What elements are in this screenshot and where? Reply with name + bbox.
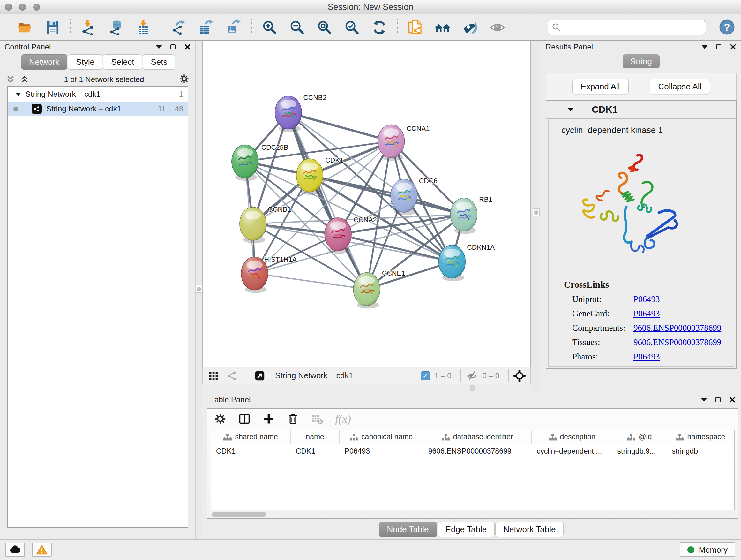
column-header-name[interactable]: name xyxy=(291,430,340,444)
node-table[interactable]: shared namenamecanonical namedatabase id… xyxy=(211,430,735,510)
tab-select[interactable]: Select xyxy=(103,54,142,70)
fit-selected-button[interactable] xyxy=(513,369,526,382)
network-canvas[interactable]: CCNB2CCNA1CDC25BCDK1CDC6RB1CCNB1CCNA2CDK… xyxy=(202,41,531,367)
import-table-from-file-button[interactable] xyxy=(134,18,152,37)
zoom-out-button[interactable] xyxy=(288,18,307,37)
show-all-button[interactable] xyxy=(488,18,507,37)
table-hscrollbar-thumb[interactable] xyxy=(212,512,266,516)
network-node-RB1[interactable] xyxy=(450,198,477,234)
right-splitter-grip[interactable] xyxy=(533,208,540,216)
table-cell[interactable]: cyclin–dependent ... xyxy=(532,444,612,458)
export-image-button[interactable] xyxy=(225,18,243,37)
table-cell[interactable]: stringdb:9... xyxy=(612,444,667,458)
table-cell[interactable]: CDK1 xyxy=(211,444,291,458)
import-network-from-file-button[interactable] xyxy=(79,18,98,37)
tab-edge-table[interactable]: Edge Table xyxy=(437,522,495,537)
collapse-all-icon[interactable] xyxy=(6,75,15,84)
crosslink-link[interactable]: P06493 xyxy=(633,309,660,319)
export-network-button[interactable] xyxy=(170,18,188,37)
grid-view-button[interactable] xyxy=(207,369,220,382)
birdseye-view-button[interactable] xyxy=(253,369,266,382)
warnings-button[interactable] xyxy=(32,543,52,557)
cloud-button[interactable] xyxy=(5,543,25,557)
network-row[interactable]: String Network – cdk1 11 48 xyxy=(8,102,188,116)
collapse-triangle-icon[interactable] xyxy=(15,92,21,96)
zoom-in-button[interactable] xyxy=(260,18,279,37)
selected-checkbox[interactable]: ✓ xyxy=(421,371,430,380)
tab-sets[interactable]: Sets xyxy=(143,54,175,70)
memory-button[interactable]: Memory xyxy=(680,543,735,557)
collapse-all-button[interactable]: Collapse All xyxy=(650,79,711,94)
network-node-CCNB2[interactable] xyxy=(275,96,302,132)
results-panel-menu-icon[interactable] xyxy=(701,45,708,49)
network-node-CDC25B[interactable] xyxy=(232,145,259,181)
table-panel-close-icon[interactable] xyxy=(729,396,736,403)
crosslink-link[interactable]: 9606.ENSP00000378699 xyxy=(633,337,721,348)
help-button[interactable] xyxy=(719,19,735,36)
search-input[interactable] xyxy=(561,21,705,34)
left-splitter-grip[interactable] xyxy=(196,285,202,293)
expand-all-icon[interactable] xyxy=(20,75,29,84)
control-panel-menu-icon[interactable] xyxy=(156,45,162,49)
table-cell[interactable]: P06493 xyxy=(340,444,423,458)
zoom-selected-button[interactable] xyxy=(343,18,361,37)
tab-node-table[interactable]: Node Table xyxy=(379,522,437,537)
network-node-CCNA1[interactable] xyxy=(378,125,405,161)
eye-gray-icon xyxy=(489,19,506,36)
stringify-document-button[interactable] xyxy=(406,18,424,37)
open-session-button[interactable] xyxy=(16,18,35,37)
gene-card-header[interactable]: CDK1 xyxy=(546,101,736,119)
open-icon xyxy=(17,19,33,36)
column-header-namespace[interactable]: namespace xyxy=(667,430,734,444)
crosslink-link[interactable]: P06493 xyxy=(633,294,660,304)
column-header-description[interactable]: description xyxy=(532,430,612,444)
results-panel-float-icon[interactable] xyxy=(716,44,721,50)
node-label-CCNE1: CCNE1 xyxy=(382,269,405,277)
results-panel-close-icon[interactable] xyxy=(730,44,737,51)
apply-layout-button[interactable] xyxy=(370,18,389,37)
tab-style[interactable]: Style xyxy=(68,54,103,70)
home-button[interactable] xyxy=(433,18,452,37)
table-cell[interactable]: 9606.ENSP00000378699 xyxy=(423,444,532,458)
control-panel-float-icon[interactable] xyxy=(171,44,176,50)
network-graph[interactable]: CCNB2CCNA1CDC25BCDK1CDC6RB1CCNB1CCNA2CDK… xyxy=(203,41,530,367)
crosslink-link[interactable]: P06493 xyxy=(633,352,660,362)
gene-name: CDK1 xyxy=(592,104,618,115)
left-splitter[interactable] xyxy=(195,41,202,539)
collection-row[interactable]: String Network – cdk1 1 xyxy=(8,87,188,102)
tab-network[interactable]: Network xyxy=(21,54,67,70)
table-hscrollbar[interactable] xyxy=(211,511,735,517)
tab-network-table[interactable]: Network Table xyxy=(495,522,563,537)
tab-string[interactable]: String xyxy=(623,54,660,68)
crosslink-link[interactable]: 9606.ENSP00000378699 xyxy=(633,323,721,333)
table-row[interactable]: CDK1CDK1P064939606.ENSP00000378699cyclin… xyxy=(211,444,734,458)
save-session-button[interactable] xyxy=(44,18,62,37)
expand-all-button[interactable]: Expand All xyxy=(572,79,629,94)
gene-collapse-icon[interactable] xyxy=(567,108,574,111)
show-columns-button[interactable] xyxy=(236,411,253,427)
zoom-fit-button[interactable] xyxy=(315,18,334,37)
horizontal-splitter[interactable] xyxy=(202,384,531,392)
network-node-CDKN1A[interactable] xyxy=(439,245,466,281)
network-options-button[interactable] xyxy=(179,73,190,85)
table-settings-button[interactable] xyxy=(212,411,228,427)
table-panel-menu-icon[interactable] xyxy=(701,398,707,401)
table-cell[interactable]: CDK1 xyxy=(291,444,340,458)
column-header-shared-name[interactable]: shared name xyxy=(211,430,291,444)
column-header-@id[interactable]: @id xyxy=(612,430,667,444)
network-node-CCNB1[interactable] xyxy=(240,207,266,243)
import-network-from-database-button[interactable] xyxy=(107,18,125,37)
column-header-database-identifier[interactable]: database identifier xyxy=(423,430,532,444)
control-panel-close-icon[interactable] xyxy=(184,44,191,51)
horizontal-splitter-grip[interactable] xyxy=(470,385,475,391)
hide-unselected-button[interactable] xyxy=(461,18,479,37)
toolbar-divider xyxy=(161,18,161,37)
table-panel-float-icon[interactable] xyxy=(716,397,721,402)
column-header-canonical-name[interactable]: canonical name xyxy=(340,430,423,444)
export-table-button[interactable] xyxy=(197,18,216,37)
network-node-CCNE1[interactable] xyxy=(353,273,380,309)
delete-column-button[interactable] xyxy=(285,411,301,427)
add-column-button[interactable] xyxy=(260,411,277,427)
table-cell[interactable]: stringdb xyxy=(667,444,734,458)
network-node-CDK1[interactable] xyxy=(296,159,323,195)
